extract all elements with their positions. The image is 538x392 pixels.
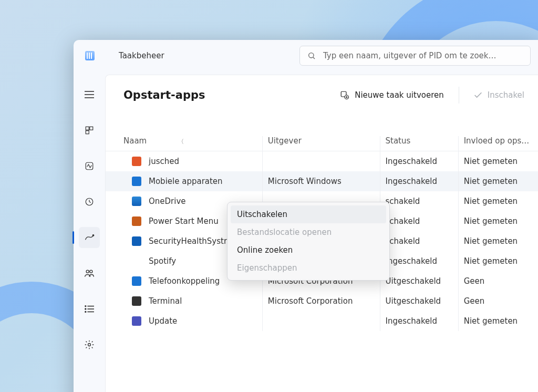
cell-impact: Niet gemeten xyxy=(458,191,538,211)
history-icon xyxy=(85,197,94,207)
users-icon xyxy=(84,269,95,278)
sidebar-item-users[interactable] xyxy=(79,263,100,284)
ctx-properties[interactable]: Eigenschappen xyxy=(231,259,386,277)
enable-button[interactable]: Inschakel xyxy=(474,90,524,100)
sidebar-item-processes[interactable] xyxy=(79,120,100,141)
cell-name: Update xyxy=(149,316,177,326)
column-header-name[interactable]: Naam〈 xyxy=(106,136,262,151)
cell-status: Ingeschakeld xyxy=(380,171,458,191)
table-row[interactable]: jusched Ingeschakeld Niet gemeten xyxy=(106,151,538,172)
cell-impact: Niet gemeten xyxy=(458,251,538,271)
sidebar-item-performance[interactable] xyxy=(79,156,100,177)
sidebar-item-startup[interactable] xyxy=(79,227,100,248)
phone-icon xyxy=(132,276,141,286)
onedrive-icon xyxy=(132,197,141,206)
sidebar-item-services[interactable] xyxy=(79,334,100,355)
cell-impact: Niet gemeten xyxy=(458,211,538,231)
titlebar: Taakbeheer xyxy=(74,40,538,71)
cell-name: Telefoonkoppeling xyxy=(149,276,220,286)
app-title: Taakbeheer xyxy=(119,51,164,60)
svg-point-13 xyxy=(85,306,86,307)
cell-name: Mobiele apparaten xyxy=(149,177,223,186)
svg-line-1 xyxy=(313,57,315,59)
check-icon xyxy=(474,91,482,99)
cell-name: Power Start Menu xyxy=(149,216,219,226)
cell-name: Spotify xyxy=(149,256,176,266)
performance-icon xyxy=(85,161,94,171)
java-icon xyxy=(132,157,141,166)
run-task-button[interactable]: Nieuwe taak uitvoeren xyxy=(340,90,444,100)
cell-status: schakeld xyxy=(380,211,458,231)
sidebar xyxy=(74,71,105,392)
cell-impact: Geen xyxy=(458,291,538,311)
hamburger-icon xyxy=(85,91,94,98)
cell-status: Ingeschakeld xyxy=(380,311,458,331)
svg-point-12 xyxy=(90,270,92,273)
svg-point-11 xyxy=(86,270,89,273)
svg-point-0 xyxy=(309,53,314,58)
sidebar-item-history[interactable] xyxy=(79,191,100,212)
run-task-icon xyxy=(340,90,349,100)
shield-icon xyxy=(132,236,141,246)
power-icon xyxy=(132,216,141,226)
cell-status: schakeld xyxy=(380,231,458,251)
search-box[interactable] xyxy=(299,46,531,66)
sidebar-item-details[interactable] xyxy=(79,298,100,319)
sort-caret-icon: 〈 xyxy=(178,138,184,145)
cell-name: SecurityHealthSystra xyxy=(149,236,232,246)
startup-icon xyxy=(84,233,95,242)
search-input[interactable] xyxy=(323,51,523,60)
ctx-open-location[interactable]: Bestandslocatie openen xyxy=(231,223,386,241)
app-logo-icon xyxy=(85,51,95,60)
cell-impact: Niet gemeten xyxy=(458,151,538,172)
cell-impact: Niet gemeten xyxy=(458,231,538,251)
device-icon xyxy=(132,177,141,186)
hamburger-button[interactable] xyxy=(79,84,100,105)
enable-label: Inschakel xyxy=(488,90,524,100)
cell-status: Ingeschakeld xyxy=(380,151,458,172)
column-header-publisher[interactable]: Uitgever xyxy=(262,136,380,151)
context-menu: Uitschakelen Bestandslocatie openen Onli… xyxy=(227,202,390,281)
svg-point-19 xyxy=(88,344,91,346)
search-icon xyxy=(307,51,316,60)
cell-publisher: Microsoft Windows xyxy=(262,171,380,191)
column-header-status[interactable]: Status xyxy=(380,136,458,151)
cell-impact: Niet gemeten xyxy=(458,311,538,331)
table-row[interactable]: Mobiele apparaten Microsoft Windows Inge… xyxy=(106,171,538,191)
cell-status: Ingeschakeld xyxy=(380,251,458,271)
column-header-impact[interactable]: Invloed op ops… xyxy=(458,136,538,151)
cell-name: OneDrive xyxy=(149,197,186,206)
svg-point-17 xyxy=(85,312,86,313)
run-task-label: Nieuwe taak uitvoeren xyxy=(355,90,444,100)
teams-icon xyxy=(132,316,141,326)
terminal-icon xyxy=(132,296,141,306)
ctx-search-online[interactable]: Online zoeken xyxy=(231,241,386,259)
page-title: Opstart-apps xyxy=(123,89,205,101)
cell-publisher xyxy=(262,151,380,172)
svg-point-10 xyxy=(92,235,94,236)
gear-icon xyxy=(84,339,95,350)
cell-name: Terminal xyxy=(149,296,182,306)
cell-status: Uitgeschakeld xyxy=(380,291,458,311)
grid-icon xyxy=(85,126,94,135)
cell-status: schakeld xyxy=(380,191,458,211)
cell-status: Uitgeschakeld xyxy=(380,271,458,291)
table-header-row: Naam〈 Uitgever Status Invloed op ops… xyxy=(106,136,538,151)
cell-impact: Niet gemeten xyxy=(458,171,538,191)
table-row[interactable]: Terminal Microsoft Corporation Uitgescha… xyxy=(106,291,538,311)
cell-impact: Geen xyxy=(458,271,538,291)
cell-publisher: Microsoft Corporation xyxy=(262,291,380,311)
ctx-disable[interactable]: Uitschakelen xyxy=(231,205,386,223)
cell-name: jusched xyxy=(149,157,179,166)
app-icon xyxy=(132,256,141,266)
toolbar-divider xyxy=(459,87,459,104)
table-row[interactable]: Update Ingeschakeld Niet gemeten xyxy=(106,311,538,331)
svg-rect-6 xyxy=(90,127,93,130)
svg-rect-7 xyxy=(86,131,89,134)
cell-publisher xyxy=(262,311,380,331)
details-icon xyxy=(85,305,94,313)
svg-point-15 xyxy=(85,308,86,310)
svg-rect-5 xyxy=(86,127,89,130)
page-toolbar: Opstart-apps Nieuwe taak uitvoeren Insch… xyxy=(106,75,538,115)
